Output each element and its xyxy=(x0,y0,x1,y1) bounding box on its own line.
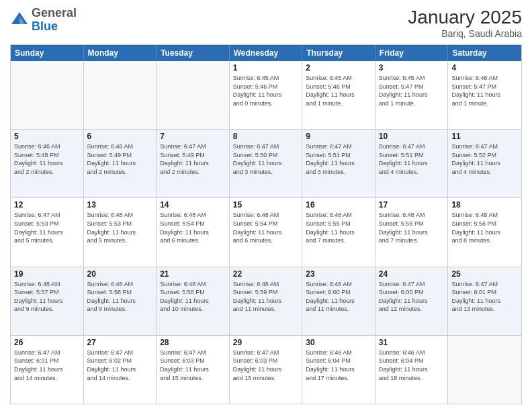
day-cell-12: 12Sunrise: 6:47 AM Sunset: 5:53 PM Dayli… xyxy=(11,198,84,266)
logo-blue: Blue xyxy=(32,19,58,33)
calendar-row-2: 12Sunrise: 6:47 AM Sunset: 5:53 PM Dayli… xyxy=(11,197,521,266)
day-info: Sunrise: 6:47 AM Sunset: 6:01 PM Dayligh… xyxy=(451,280,518,314)
day-info: Sunrise: 6:47 AM Sunset: 6:00 PM Dayligh… xyxy=(379,280,445,314)
header-day-tuesday: Tuesday xyxy=(157,45,230,61)
title-block: January 2025 Bariq, Saudi Arabia xyxy=(408,7,522,39)
day-number: 1 xyxy=(233,63,299,73)
day-number: 30 xyxy=(306,338,371,347)
day-info: Sunrise: 6:48 AM Sunset: 5:53 PM Dayligh… xyxy=(87,211,153,244)
day-number: 21 xyxy=(160,269,226,279)
day-cell-26: 26Sunrise: 6:47 AM Sunset: 6:01 PM Dayli… xyxy=(11,336,84,404)
day-info: Sunrise: 6:48 AM Sunset: 5:54 PM Dayligh… xyxy=(233,211,299,244)
day-number: 9 xyxy=(306,132,371,141)
day-number: 15 xyxy=(233,200,299,210)
day-cell-29: 29Sunrise: 6:47 AM Sunset: 6:03 PM Dayli… xyxy=(230,336,303,404)
calendar-row-0: 1Sunrise: 6:45 AM Sunset: 5:46 PM Daylig… xyxy=(11,61,521,129)
day-number: 25 xyxy=(451,269,518,279)
day-cell-30: 30Sunrise: 6:46 AM Sunset: 6:04 PM Dayli… xyxy=(302,336,375,404)
header-day-saturday: Saturday xyxy=(448,45,521,61)
day-number: 14 xyxy=(160,200,226,210)
day-info: Sunrise: 6:47 AM Sunset: 5:51 PM Dayligh… xyxy=(379,142,445,176)
calendar-header: SundayMondayTuesdayWednesdayThursdayFrid… xyxy=(11,45,521,61)
page: General Blue January 2025 Bariq, Saudi A… xyxy=(0,0,532,411)
day-cell-3: 3Sunrise: 6:45 AM Sunset: 5:47 PM Daylig… xyxy=(375,61,449,129)
day-info: Sunrise: 6:48 AM Sunset: 5:55 PM Dayligh… xyxy=(306,211,371,244)
day-info: Sunrise: 6:47 AM Sunset: 6:02 PM Dayligh… xyxy=(87,349,153,382)
header-day-thursday: Thursday xyxy=(302,45,375,61)
day-cell-18: 18Sunrise: 6:48 AM Sunset: 5:56 PM Dayli… xyxy=(448,198,521,266)
header-day-wednesday: Wednesday xyxy=(230,45,303,61)
day-cell-31: 31Sunrise: 6:46 AM Sunset: 6:04 PM Dayli… xyxy=(375,336,449,404)
empty-cell xyxy=(84,61,157,129)
day-cell-19: 19Sunrise: 6:48 AM Sunset: 5:57 PM Dayli… xyxy=(11,267,84,335)
day-info: Sunrise: 6:46 AM Sunset: 5:49 PM Dayligh… xyxy=(87,142,153,176)
calendar-row-3: 19Sunrise: 6:48 AM Sunset: 5:57 PM Dayli… xyxy=(11,267,521,335)
empty-cell xyxy=(11,61,84,129)
calendar-row-1: 5Sunrise: 6:46 AM Sunset: 5:48 PM Daylig… xyxy=(11,129,521,197)
day-cell-1: 1Sunrise: 6:45 AM Sunset: 5:46 PM Daylig… xyxy=(230,61,303,129)
day-info: Sunrise: 6:47 AM Sunset: 5:51 PM Dayligh… xyxy=(306,142,371,176)
day-number: 28 xyxy=(160,338,226,347)
day-number: 13 xyxy=(87,200,153,210)
calendar-body: 1Sunrise: 6:45 AM Sunset: 5:46 PM Daylig… xyxy=(11,61,521,404)
day-info: Sunrise: 6:47 AM Sunset: 5:52 PM Dayligh… xyxy=(451,142,518,176)
day-info: Sunrise: 6:45 AM Sunset: 5:46 PM Dayligh… xyxy=(233,74,299,107)
day-number: 5 xyxy=(14,132,80,141)
day-info: Sunrise: 6:47 AM Sunset: 6:03 PM Dayligh… xyxy=(160,349,226,382)
day-number: 29 xyxy=(233,338,299,347)
header: General Blue January 2025 Bariq, Saudi A… xyxy=(10,7,522,39)
day-cell-23: 23Sunrise: 6:48 AM Sunset: 6:00 PM Dayli… xyxy=(302,267,375,335)
day-cell-27: 27Sunrise: 6:47 AM Sunset: 6:02 PM Dayli… xyxy=(84,336,157,404)
day-cell-8: 8Sunrise: 6:47 AM Sunset: 5:50 PM Daylig… xyxy=(230,130,303,197)
day-cell-6: 6Sunrise: 6:46 AM Sunset: 5:49 PM Daylig… xyxy=(84,130,157,197)
day-info: Sunrise: 6:48 AM Sunset: 5:58 PM Dayligh… xyxy=(87,280,153,314)
day-number: 22 xyxy=(233,269,299,279)
month-title: January 2025 xyxy=(408,7,522,28)
day-info: Sunrise: 6:45 AM Sunset: 5:46 PM Dayligh… xyxy=(306,74,371,107)
day-cell-14: 14Sunrise: 6:48 AM Sunset: 5:54 PM Dayli… xyxy=(157,198,230,266)
day-cell-21: 21Sunrise: 6:48 AM Sunset: 5:58 PM Dayli… xyxy=(157,267,230,335)
day-info: Sunrise: 6:47 AM Sunset: 6:03 PM Dayligh… xyxy=(233,349,299,382)
day-cell-9: 9Sunrise: 6:47 AM Sunset: 5:51 PM Daylig… xyxy=(302,130,375,197)
day-number: 31 xyxy=(379,338,445,347)
day-number: 11 xyxy=(451,132,518,141)
calendar: SundayMondayTuesdayWednesdayThursdayFrid… xyxy=(10,44,522,404)
day-number: 4 xyxy=(451,63,518,73)
day-info: Sunrise: 6:46 AM Sunset: 5:48 PM Dayligh… xyxy=(14,142,80,176)
day-cell-11: 11Sunrise: 6:47 AM Sunset: 5:52 PM Dayli… xyxy=(448,130,521,197)
day-info: Sunrise: 6:46 AM Sunset: 6:04 PM Dayligh… xyxy=(306,349,371,382)
header-day-sunday: Sunday xyxy=(11,45,84,61)
day-info: Sunrise: 6:47 AM Sunset: 5:49 PM Dayligh… xyxy=(160,142,226,176)
header-day-friday: Friday xyxy=(375,45,449,61)
day-cell-15: 15Sunrise: 6:48 AM Sunset: 5:54 PM Dayli… xyxy=(230,198,303,266)
day-number: 3 xyxy=(379,63,445,73)
day-number: 19 xyxy=(14,269,80,279)
day-info: Sunrise: 6:46 AM Sunset: 6:04 PM Dayligh… xyxy=(379,349,445,382)
day-cell-7: 7Sunrise: 6:47 AM Sunset: 5:49 PM Daylig… xyxy=(157,130,230,197)
header-day-monday: Monday xyxy=(84,45,157,61)
day-number: 27 xyxy=(87,338,153,347)
logo-text: General Blue xyxy=(32,7,77,34)
day-info: Sunrise: 6:48 AM Sunset: 5:58 PM Dayligh… xyxy=(160,280,226,314)
day-info: Sunrise: 6:48 AM Sunset: 5:54 PM Dayligh… xyxy=(160,211,226,244)
day-number: 20 xyxy=(87,269,153,279)
day-number: 8 xyxy=(233,132,299,141)
empty-cell xyxy=(448,336,521,404)
day-number: 24 xyxy=(379,269,445,279)
day-info: Sunrise: 6:45 AM Sunset: 5:47 PM Dayligh… xyxy=(379,74,445,107)
day-info: Sunrise: 6:48 AM Sunset: 6:00 PM Dayligh… xyxy=(306,280,371,314)
location: Bariq, Saudi Arabia xyxy=(408,28,522,39)
day-info: Sunrise: 6:48 AM Sunset: 5:56 PM Dayligh… xyxy=(451,211,518,244)
day-cell-17: 17Sunrise: 6:48 AM Sunset: 5:56 PM Dayli… xyxy=(375,198,449,266)
day-cell-20: 20Sunrise: 6:48 AM Sunset: 5:58 PM Dayli… xyxy=(84,267,157,335)
day-cell-22: 22Sunrise: 6:48 AM Sunset: 5:59 PM Dayli… xyxy=(230,267,303,335)
day-number: 2 xyxy=(306,63,371,73)
day-number: 26 xyxy=(14,338,80,347)
day-info: Sunrise: 6:48 AM Sunset: 5:56 PM Dayligh… xyxy=(379,211,445,244)
day-number: 7 xyxy=(160,132,226,141)
day-info: Sunrise: 6:48 AM Sunset: 5:57 PM Dayligh… xyxy=(14,280,80,314)
day-info: Sunrise: 6:47 AM Sunset: 5:53 PM Dayligh… xyxy=(14,211,80,244)
day-info: Sunrise: 6:48 AM Sunset: 5:59 PM Dayligh… xyxy=(233,280,299,314)
day-cell-28: 28Sunrise: 6:47 AM Sunset: 6:03 PM Dayli… xyxy=(157,336,230,404)
day-cell-16: 16Sunrise: 6:48 AM Sunset: 5:55 PM Dayli… xyxy=(302,198,375,266)
